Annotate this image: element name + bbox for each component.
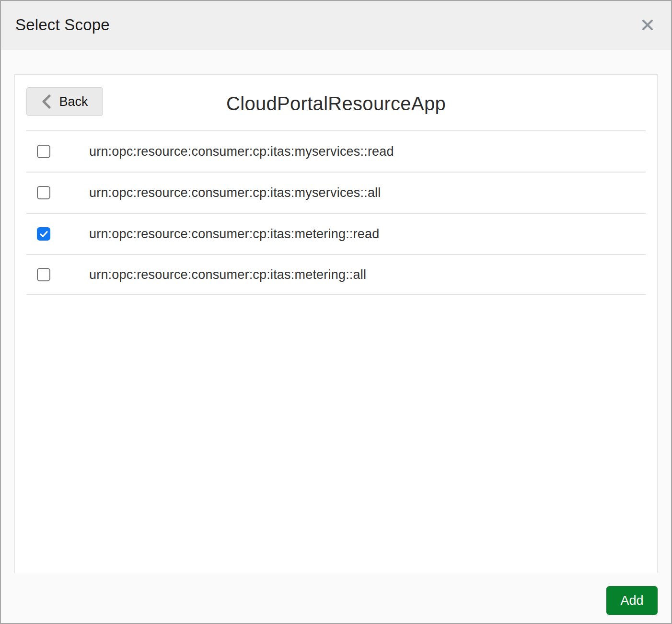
scope-label: urn:opc:resource:consumer:cp:itas:meteri… — [89, 227, 379, 242]
checkbox-unchecked[interactable] — [37, 145, 50, 158]
close-button[interactable] — [639, 17, 656, 33]
checkmark-icon — [39, 229, 49, 239]
scope-label: urn:opc:resource:consumer:cp:itas:myserv… — [89, 144, 394, 159]
close-icon — [641, 19, 654, 31]
dialog-header: Select Scope — [1, 1, 671, 49]
panel-header: Back CloudPortalResourceApp — [26, 87, 646, 116]
back-button-label: Back — [59, 94, 88, 109]
dialog-title: Select Scope — [15, 16, 110, 34]
scope-list: urn:opc:resource:consumer:cp:itas:myserv… — [26, 130, 646, 295]
scope-row: urn:opc:resource:consumer:cp:itas:myserv… — [26, 172, 646, 213]
scope-row: urn:opc:resource:consumer:cp:itas:myserv… — [26, 130, 646, 172]
resource-app-title: CloudPortalResourceApp — [226, 93, 446, 115]
select-scope-dialog: Select Scope Back CloudPortalResourceApp… — [0, 0, 672, 624]
chevron-left-icon — [41, 94, 52, 109]
scope-label: urn:opc:resource:consumer:cp:itas:myserv… — [89, 185, 381, 200]
add-button[interactable]: Add — [606, 586, 658, 615]
checkbox-unchecked[interactable] — [37, 186, 50, 199]
checkbox-unchecked[interactable] — [37, 268, 50, 281]
scope-row: urn:opc:resource:consumer:cp:itas:meteri… — [26, 213, 646, 254]
scope-row: urn:opc:resource:consumer:cp:itas:meteri… — [26, 254, 646, 295]
dialog-body: Back CloudPortalResourceApp urn:opc:reso… — [1, 49, 671, 623]
checkbox-checked[interactable] — [37, 227, 50, 241]
scope-panel: Back CloudPortalResourceApp urn:opc:reso… — [14, 74, 658, 573]
scope-label: urn:opc:resource:consumer:cp:itas:meteri… — [89, 267, 366, 282]
dialog-footer: Add — [14, 573, 658, 623]
back-button[interactable]: Back — [26, 87, 103, 116]
